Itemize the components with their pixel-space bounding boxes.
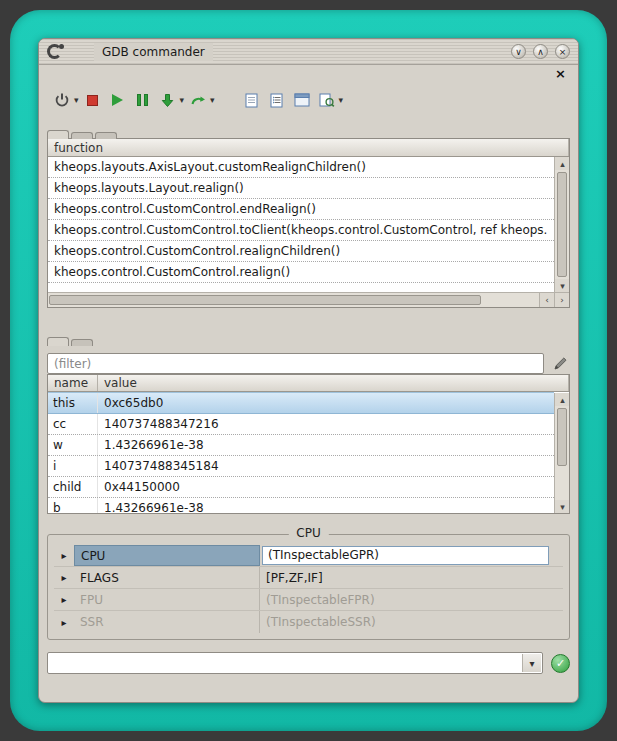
power-icon bbox=[51, 88, 73, 112]
variable-value: 1.43266961e-38 bbox=[98, 435, 554, 455]
variable-value: 140737488345184 bbox=[98, 456, 554, 476]
tab[interactable] bbox=[95, 132, 117, 139]
scroll-up-icon[interactable]: ▴ bbox=[555, 157, 570, 170]
power-dropdown-icon[interactable]: ▾ bbox=[74, 95, 79, 105]
window-title: GDB commander bbox=[94, 43, 213, 61]
pause-button[interactable] bbox=[132, 88, 154, 112]
variables-header-name[interactable]: name bbox=[48, 375, 98, 391]
step-into-dropdown-icon[interactable]: ▾ bbox=[180, 95, 185, 105]
variable-name: child bbox=[48, 477, 98, 497]
shade-button[interactable]: ∨ bbox=[511, 44, 526, 59]
variables-row[interactable]: w 1.43266961e-38 bbox=[48, 435, 554, 456]
cpu-register-row[interactable]: ▸ SSR (TInspectableSSR) bbox=[54, 611, 563, 633]
callstack-panel: function kheops.layouts.AxisLayout.custo… bbox=[47, 138, 570, 308]
step-into-icon bbox=[157, 88, 179, 112]
callstack-row[interactable]: kheops.layouts.AxisLayout.customRealignC… bbox=[48, 157, 554, 178]
run-button[interactable] bbox=[107, 88, 129, 112]
variables-row[interactable]: child 0x44150000 bbox=[48, 477, 554, 498]
cpu-register-list: ▸ CPU (TInspectableGPR) ▸ FLAGS [PF,ZF,I… bbox=[54, 545, 563, 633]
scrollbar-thumb[interactable] bbox=[557, 172, 567, 277]
register-value[interactable]: (TInspectableGPR) bbox=[262, 546, 549, 565]
apply-button[interactable]: ✓ bbox=[551, 654, 570, 673]
variables-row[interactable]: i 140737488345184 bbox=[48, 456, 554, 477]
frame-button[interactable] bbox=[291, 88, 313, 112]
scroll-left-icon[interactable]: ‹ bbox=[539, 293, 554, 307]
filter-input[interactable] bbox=[47, 353, 544, 374]
pause-icon bbox=[137, 94, 148, 106]
filter-pen-icon[interactable] bbox=[550, 354, 570, 374]
expander-icon[interactable]: ▸ bbox=[54, 617, 74, 628]
callstack-frame-text: kheops.control.CustomControl.realign() bbox=[54, 265, 290, 279]
dock-header: × bbox=[39, 65, 578, 85]
expander-icon[interactable]: ▸ bbox=[54, 572, 74, 583]
register-value[interactable]: [PF,ZF,IF] bbox=[260, 571, 563, 585]
callstack-row[interactable]: kheops.control.CustomControl.realign() bbox=[48, 262, 554, 283]
dock-close-icon[interactable]: × bbox=[555, 67, 566, 81]
callstack-frame-text: kheops.layouts.Layout.realign() bbox=[54, 181, 244, 195]
variables-vertical-scrollbar[interactable]: ▴ ▾ bbox=[554, 393, 569, 513]
callstack-frame-text: kheops.control.CustomControl.endRealign(… bbox=[54, 202, 316, 216]
stack-tabbar bbox=[39, 115, 578, 138]
variables-header-value[interactable]: value bbox=[98, 375, 569, 391]
doc-button[interactable] bbox=[241, 88, 263, 112]
cpu-register-row[interactable]: ▸ FPU (TInspectableFPR) bbox=[54, 589, 563, 611]
scroll-right-icon[interactable]: › bbox=[554, 293, 569, 307]
scrollbar-thumb[interactable] bbox=[557, 408, 567, 466]
variables-row[interactable]: b 1.43266961e-38 bbox=[48, 498, 554, 513]
command-value bbox=[54, 655, 520, 673]
callstack-row[interactable]: kheops.control.CustomControl.realignChil… bbox=[48, 241, 554, 262]
register-name[interactable]: SSR bbox=[74, 611, 260, 633]
callstack-row[interactable]: kheops.layouts.Layout.realign() bbox=[48, 178, 554, 199]
scroll-up-icon[interactable]: ▴ bbox=[555, 393, 570, 406]
doc-list-button[interactable] bbox=[266, 88, 288, 112]
titlebar[interactable]: GDB commander ∨ ∧ × bbox=[39, 39, 578, 65]
tab[interactable] bbox=[71, 132, 93, 139]
stop-button[interactable] bbox=[82, 88, 104, 112]
callstack-row[interactable]: kheops.control.CustomControl.toClient(kh… bbox=[48, 220, 554, 241]
combo-dropdown-icon[interactable]: ▾ bbox=[522, 654, 541, 672]
scrollbar-thumb[interactable] bbox=[49, 295, 481, 305]
step-into-button[interactable]: ▾ bbox=[157, 88, 185, 112]
watch-button[interactable]: ▾ bbox=[316, 88, 344, 112]
tab[interactable] bbox=[47, 130, 69, 139]
variable-value: 1.43266961e-38 bbox=[98, 498, 554, 513]
expander-icon[interactable]: ▸ bbox=[54, 550, 74, 561]
cpu-group-title: CPU bbox=[288, 526, 328, 540]
cpu-groupbox: CPU ▸ CPU (TInspectableGPR) ▸ FLAGS [PF,… bbox=[47, 534, 570, 640]
cpu-register-row[interactable]: ▸ CPU (TInspectableGPR) bbox=[54, 545, 563, 567]
command-combobox[interactable]: ▾ bbox=[47, 652, 543, 674]
callstack-frame-text: kheops.control.CustomControl.toClient(kh… bbox=[54, 223, 547, 237]
register-name[interactable]: FPU bbox=[74, 589, 260, 610]
variables-row[interactable]: cc 140737488347216 bbox=[48, 414, 554, 435]
watch-icon bbox=[316, 88, 338, 112]
variables-row[interactable]: this 0xc65db0 bbox=[48, 392, 554, 414]
variable-value: 0xc65db0 bbox=[98, 393, 554, 413]
power-button[interactable]: ▾ bbox=[51, 88, 79, 112]
run-icon bbox=[112, 94, 123, 106]
cpu-register-row[interactable]: ▸ FLAGS [PF,ZF,IF] bbox=[54, 567, 563, 589]
scroll-down-icon[interactable]: ▾ bbox=[555, 279, 570, 292]
register-value[interactable]: (TInspectableFPR) bbox=[260, 593, 563, 607]
watch-dropdown-icon[interactable]: ▾ bbox=[339, 95, 344, 105]
register-name[interactable]: CPU bbox=[74, 545, 260, 566]
callstack-header-function[interactable]: function bbox=[48, 139, 569, 156]
maximize-button[interactable]: ∧ bbox=[533, 44, 548, 59]
callstack-row[interactable]: kheops.control.CustomControl.endRealign(… bbox=[48, 199, 554, 220]
debug-toolbar: ▾ ▾ ▾ bbox=[39, 85, 578, 115]
tab[interactable] bbox=[47, 337, 69, 346]
stop-icon bbox=[87, 95, 98, 106]
callstack-horizontal-scrollbar[interactable]: ‹ › bbox=[48, 292, 569, 307]
variable-name: w bbox=[48, 435, 98, 455]
expander-icon[interactable]: ▸ bbox=[54, 594, 74, 605]
variable-name: this bbox=[48, 393, 98, 413]
register-name[interactable]: FLAGS bbox=[74, 567, 260, 588]
variable-value: 0x44150000 bbox=[98, 477, 554, 497]
close-button[interactable]: × bbox=[555, 44, 570, 59]
step-over-button[interactable]: ▾ bbox=[187, 88, 215, 112]
variable-name: i bbox=[48, 456, 98, 476]
tab[interactable] bbox=[71, 339, 93, 346]
register-value[interactable]: (TInspectableSSR) bbox=[260, 615, 563, 629]
step-over-dropdown-icon[interactable]: ▾ bbox=[210, 95, 215, 105]
scroll-down-icon[interactable]: ▾ bbox=[555, 500, 570, 513]
callstack-vertical-scrollbar[interactable]: ▴ ▾ bbox=[554, 157, 569, 292]
